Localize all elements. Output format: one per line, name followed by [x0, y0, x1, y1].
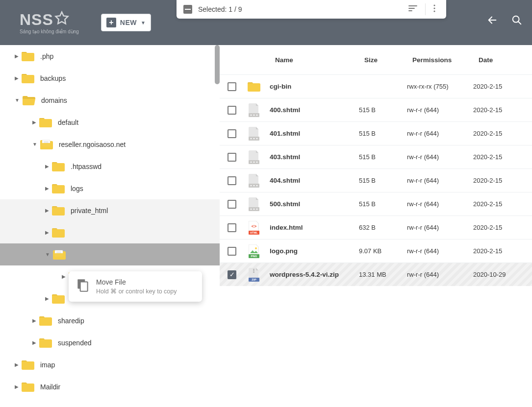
row-checkbox[interactable] — [228, 129, 236, 138]
expand-arrow-icon[interactable]: ▶ — [15, 384, 19, 389]
file-type-icon — [247, 126, 261, 142]
table-row[interactable]: ✓ ZIP wordpress-5.4.2-vi.zip 13.31 MB rw… — [220, 263, 532, 286]
file-date: 2020-2-15 — [473, 224, 502, 231]
row-checkbox[interactable] — [228, 153, 236, 162]
table-row[interactable]: 500.shtml 515 B rw-r-r (644) 2020-2-15 — [220, 192, 532, 215]
col-permissions[interactable]: Permissions — [412, 56, 479, 64]
expand-arrow-icon[interactable]: ▶ — [45, 296, 49, 301]
file-permissions: rw-r-r (644) — [407, 224, 473, 231]
folder-icon — [22, 360, 34, 370]
svg-point-32 — [255, 247, 257, 249]
file-size: 515 B — [359, 106, 407, 114]
row-checkbox[interactable] — [228, 247, 236, 256]
logo: NSS Sáng tạo không điểm dừng — [20, 11, 79, 34]
col-size[interactable]: Size — [364, 56, 412, 64]
file-type-icon: <>HTML — [247, 220, 261, 236]
tree-item[interactable]: ▼ — [0, 243, 220, 265]
new-button[interactable]: + NEW ▼ — [101, 14, 151, 31]
file-name: 400.shtml — [270, 106, 359, 114]
expand-arrow-icon[interactable]: ▶ — [62, 274, 66, 279]
file-name: 401.shtml — [270, 130, 359, 137]
tree-item-label: .htpasswd — [71, 163, 101, 170]
svg-rect-36 — [253, 270, 254, 271]
tree-item[interactable]: ▶ .php — [0, 45, 220, 67]
tree-item-label: Maildir — [40, 383, 60, 391]
folder-icon — [22, 382, 34, 392]
tree-item[interactable]: ▶ suspended — [0, 332, 220, 354]
tree-item[interactable]: ▶ backups — [0, 67, 220, 89]
table-row[interactable]: 400.shtml 515 B rw-r-r (644) 2020-2-15 — [220, 98, 532, 121]
folder-icon — [23, 96, 35, 105]
expand-arrow-icon[interactable]: ▶ — [15, 362, 19, 367]
expand-arrow-icon[interactable]: ▶ — [32, 318, 36, 323]
svg-point-11 — [253, 114, 255, 116]
folder-icon — [39, 118, 52, 127]
new-button-label: NEW — [120, 19, 137, 26]
expand-arrow-icon[interactable]: ▶ — [45, 186, 49, 191]
expand-arrow-icon[interactable]: ▶ — [45, 208, 49, 213]
row-checkbox[interactable]: ✓ — [228, 270, 236, 279]
table-row[interactable]: 403.shtml 515 B rw-r-r (644) 2020-2-15 — [220, 145, 532, 168]
table-row[interactable]: <>HTML index.html 632 B rw-r-r (644) 202… — [220, 215, 532, 239]
row-checkbox[interactable] — [228, 106, 236, 115]
selection-bar: Selected: 1 / 9 — [177, 0, 446, 19]
folder-icon — [22, 51, 34, 61]
file-date: 2020-2-15 — [473, 106, 502, 114]
tree-item[interactable]: ▶ Maildir — [0, 376, 220, 398]
tooltip-title: Move File — [96, 278, 177, 286]
expand-arrow-icon[interactable]: ▶ — [15, 53, 19, 59]
tree-item[interactable]: ▶ logs — [0, 177, 220, 199]
tree-item[interactable]: ▶ — [0, 221, 220, 243]
expand-arrow-icon[interactable]: ▶ — [32, 120, 36, 125]
expand-arrow-icon[interactable]: ▶ — [45, 164, 49, 169]
tree-item[interactable]: ▶ private_html — [0, 199, 220, 221]
table-row[interactable]: 404.shtml 515 B rw-r-r (644) 2020-2-15 — [220, 168, 532, 192]
tree-item[interactable]: ▶ .htpasswd — [0, 155, 220, 177]
file-name: logo.png — [270, 247, 359, 255]
tree-item[interactable]: ▼ domains — [0, 89, 220, 111]
file-permissions: rw-r-r (644) — [407, 130, 473, 137]
tree-item-label: private_html — [71, 207, 108, 215]
svg-point-24 — [256, 185, 258, 186]
search-icon[interactable] — [511, 15, 522, 27]
row-checkbox[interactable] — [228, 200, 236, 209]
chevron-down-icon: ▼ — [141, 20, 146, 25]
table-row[interactable]: cgi-bin rwx-rx-rx (755) 2020-2-15 — [220, 74, 532, 98]
header-actions — [487, 15, 522, 27]
svg-text:ZIP: ZIP — [252, 278, 256, 281]
expand-arrow-icon[interactable]: ▼ — [32, 142, 37, 147]
col-date[interactable]: Date — [479, 56, 532, 64]
file-date: 2020-2-15 — [473, 83, 502, 90]
table-row[interactable]: 401.shtml 515 B rw-r-r (644) 2020-2-15 — [220, 121, 532, 145]
folder-icon — [53, 250, 66, 260]
expand-arrow-icon[interactable]: ▶ — [32, 340, 36, 345]
folder-icon — [22, 73, 34, 83]
row-checkbox[interactable] — [228, 223, 236, 232]
tree-item[interactable]: ▼ reseller.ngoisaoso.net — [0, 133, 220, 155]
tree-item[interactable]: ▶ sharedip — [0, 310, 220, 332]
tree-item-label: sharedip — [58, 317, 84, 325]
file-permissions: rw-r-r (644) — [407, 106, 473, 114]
expand-arrow-icon[interactable]: ▼ — [45, 252, 50, 257]
file-type-icon — [247, 149, 261, 165]
table-row[interactable]: PNG logo.png 9.07 KB rw-r-r (644) 2020-2… — [220, 239, 532, 263]
expand-arrow-icon[interactable]: ▼ — [15, 97, 20, 103]
expand-arrow-icon[interactable]: ▶ — [45, 230, 49, 235]
select-indeterminate-checkbox[interactable] — [183, 5, 192, 14]
row-checkbox[interactable] — [228, 82, 236, 91]
folder-icon — [52, 162, 65, 171]
file-name: 404.shtml — [270, 177, 359, 184]
tree-item[interactable]: ▶ default — [0, 111, 220, 133]
file-name: index.html — [270, 224, 359, 231]
more-icon[interactable] — [430, 2, 439, 16]
file-permissions: rw-r-r (644) — [407, 200, 473, 208]
expand-arrow-icon[interactable]: ▶ — [15, 75, 19, 81]
tree-item-label: domains — [41, 96, 67, 104]
col-name[interactable]: Name — [275, 56, 364, 64]
back-icon[interactable] — [487, 15, 498, 27]
tree-item[interactable]: ▶ imap — [0, 354, 220, 376]
row-checkbox[interactable] — [228, 176, 236, 185]
sort-icon[interactable] — [405, 3, 421, 16]
file-permissions: rw-r-r (644) — [407, 247, 473, 255]
file-date: 2020-2-15 — [473, 153, 502, 161]
